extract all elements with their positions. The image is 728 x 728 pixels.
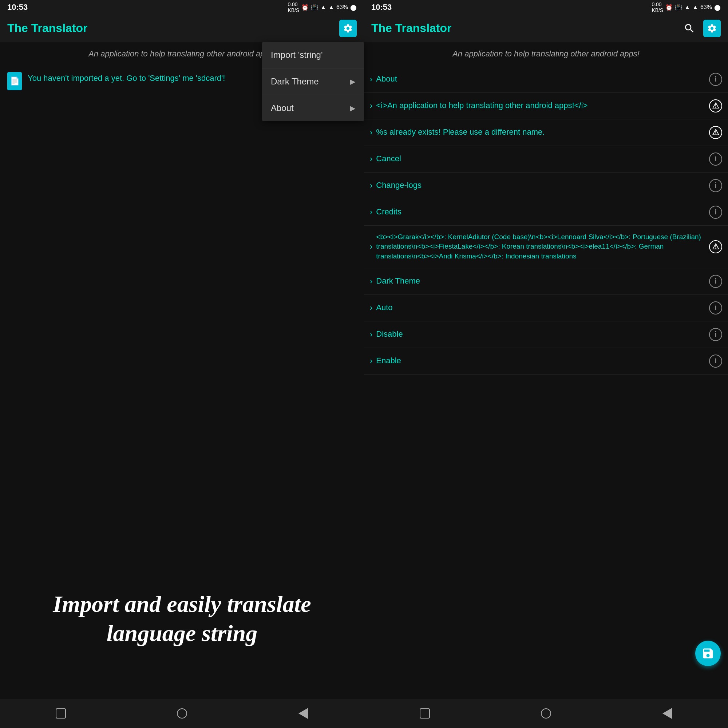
main-panels: The Translator An application to help tr… — [0, 15, 728, 699]
item-text-credits: Credits — [376, 206, 705, 218]
chevron-exists: › — [370, 128, 372, 137]
wifi-icon-left: ▲ — [320, 4, 326, 11]
dropdown-dark-theme-label: Dark Theme — [271, 76, 319, 87]
search-button[interactable] — [681, 20, 698, 37]
dropdown-about-label: About — [271, 103, 294, 113]
wifi-icon-right: ▲ — [684, 4, 690, 11]
info-icon-disable: i — [709, 328, 722, 341]
info-icon-dark-theme: i — [709, 275, 722, 288]
dropdown-about-arrow: ▶ — [350, 104, 355, 112]
right-panel: The Translator An application to help tr… — [364, 15, 728, 699]
string-list: › About i › <i>An application to help tr… — [364, 66, 728, 699]
dropdown-import-string[interactable]: Import 'string' — [262, 42, 364, 69]
list-item-auto[interactable]: › Auto i — [364, 295, 728, 321]
item-text-auto: Auto — [376, 302, 705, 314]
circle-nav-right[interactable] — [535, 706, 557, 721]
item-text-exists: %s already exists! Please use a differen… — [376, 127, 705, 138]
square-icon-right — [420, 708, 430, 719]
big-text-area: Import and easily translate language str… — [0, 583, 364, 655]
message-text: You haven't imported a yet. Go to 'Setti… — [28, 72, 225, 84]
item-text-about: About — [376, 73, 705, 85]
warning-icon-credits-detail: ⚠ — [709, 240, 722, 253]
list-item-enable[interactable]: › Enable i — [364, 348, 728, 375]
vibrate-icon-left: 📳 — [311, 4, 318, 11]
item-text-cancel: Cancel — [376, 153, 705, 165]
alarm-icon-left: ⏰ — [301, 4, 309, 11]
right-subtitle-text: An application to help translating other… — [453, 49, 639, 58]
item-text-changelogs: Change-logs — [376, 180, 705, 191]
list-item-disable[interactable]: › Disable i — [364, 321, 728, 348]
left-settings-button[interactable] — [339, 20, 357, 37]
status-bar-left: 10:53 0.00KB/S ⏰ 📳 ▲ ▲ 63% ⬤ — [0, 0, 364, 15]
gear-icon-left — [343, 23, 353, 34]
right-settings-button[interactable] — [703, 20, 721, 37]
bottom-nav-bars — [0, 699, 728, 728]
info-icon-about: i — [709, 73, 722, 86]
chevron-changelogs: › — [370, 181, 372, 190]
item-text-disable: Disable — [376, 329, 705, 340]
right-subtitle: An application to help translating other… — [364, 42, 728, 66]
chevron-app-desc: › — [370, 101, 372, 111]
square-nav-right[interactable] — [414, 706, 436, 721]
time-right: 10:53 — [371, 3, 392, 12]
item-text-app-desc: <i>An application to help translating ot… — [376, 100, 705, 112]
square-nav-left[interactable] — [50, 706, 72, 721]
status-bars: 10:53 0.00KB/S ⏰ 📳 ▲ ▲ 63% ⬤ 10:53 0.00K… — [0, 0, 728, 15]
item-text-dark-theme: Dark Theme — [376, 275, 705, 287]
save-fab[interactable] — [695, 641, 721, 666]
data-rate-left: 0.00KB/S — [288, 2, 299, 13]
file-icon: 📄 — [7, 72, 22, 90]
info-icon-credits: i — [709, 206, 722, 219]
back-icon-right — [662, 708, 672, 719]
chevron-credits-detail: › — [370, 242, 372, 252]
warning-icon-exists: ⚠ — [709, 126, 722, 139]
list-item-changelogs[interactable]: › Change-logs i — [364, 173, 728, 199]
status-icons-left: 0.00KB/S ⏰ 📳 ▲ ▲ 63% ⬤ — [288, 2, 357, 13]
info-icon-changelogs: i — [709, 179, 722, 192]
save-icon — [701, 647, 714, 660]
list-item-app-desc[interactable]: › <i>An application to help translating … — [364, 93, 728, 119]
battery-right: 63% — [700, 4, 712, 11]
chevron-cancel: › — [370, 154, 372, 164]
left-header-icons — [339, 20, 357, 37]
list-item-credits[interactable]: › Credits i — [364, 199, 728, 226]
chevron-credits: › — [370, 208, 372, 217]
circle-icon-right — [541, 708, 551, 719]
list-item-exists[interactable]: › %s already exists! Please use a differ… — [364, 119, 728, 146]
list-item-cancel[interactable]: › Cancel i — [364, 146, 728, 173]
right-app-title: The Translator — [371, 21, 452, 35]
battery-icon-left: ⬤ — [350, 4, 357, 11]
list-item-credits-detail[interactable]: › <b><i>Grarak</i></b>: KernelAdiutor (C… — [364, 226, 728, 268]
warning-icon-app-desc: ⚠ — [709, 99, 722, 112]
search-icon — [684, 23, 695, 34]
left-panel: The Translator An application to help tr… — [0, 15, 364, 699]
circle-nav-left[interactable] — [171, 706, 193, 721]
circle-icon-left — [177, 708, 187, 719]
dropdown-about[interactable]: About ▶ — [262, 95, 364, 121]
chevron-auto: › — [370, 303, 372, 313]
list-item-about[interactable]: › About i — [364, 66, 728, 93]
dropdown-dark-theme[interactable]: Dark Theme ▶ — [262, 69, 364, 95]
data-rate-right: 0.00KB/S — [652, 2, 663, 13]
chevron-dark-theme: › — [370, 277, 372, 286]
bottom-nav-left — [0, 699, 364, 728]
info-icon-enable: i — [709, 355, 722, 368]
chevron-enable: › — [370, 356, 372, 366]
info-icon-cancel: i — [709, 153, 722, 166]
back-nav-right[interactable] — [656, 706, 678, 721]
chevron-about: › — [370, 75, 372, 84]
battery-left: 63% — [336, 4, 348, 11]
left-header: The Translator — [0, 15, 364, 42]
right-header: The Translator — [364, 15, 728, 42]
battery-icon-right: ⬤ — [714, 4, 721, 11]
dropdown-menu: Import 'string' Dark Theme ▶ About ▶ — [262, 42, 364, 121]
chevron-disable: › — [370, 330, 372, 339]
signal-icon-right: ▲ — [692, 4, 698, 11]
info-icon-auto: i — [709, 301, 722, 315]
signal-icon-left: ▲ — [328, 4, 334, 11]
status-bar-right: 10:53 0.00KB/S ⏰ 📳 ▲ ▲ 63% ⬤ — [364, 0, 728, 15]
back-nav-left[interactable] — [292, 706, 314, 721]
list-item-dark-theme[interactable]: › Dark Theme i — [364, 268, 728, 295]
bottom-nav-right — [364, 699, 728, 728]
vibrate-icon-right: 📳 — [675, 4, 682, 11]
